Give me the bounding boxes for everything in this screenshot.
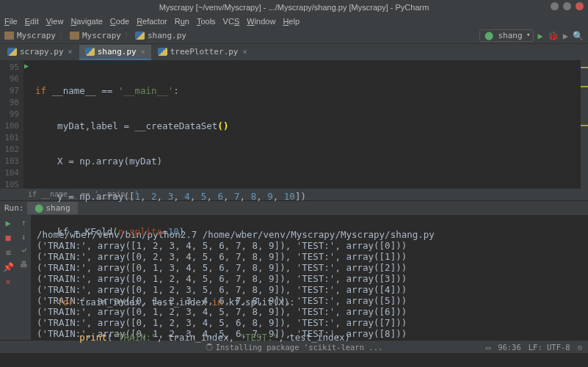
gutter: 95 96 97 98 99 100 101 102 103 104 105 xyxy=(0,60,23,189)
crumb-2[interactable]: shang.py xyxy=(148,31,186,40)
tab-scrapy[interactable]: scrapy.py × xyxy=(1,45,79,60)
close-icon[interactable] xyxy=(576,2,584,10)
rerun-button[interactable]: ▶ xyxy=(5,218,10,228)
tab-shang[interactable]: shang.py × xyxy=(79,45,151,60)
window-controls xyxy=(551,2,584,10)
breadcrumb: Myscrapy 〉 Myscrapy 〉 shang.py xyxy=(4,30,476,41)
python-file-icon xyxy=(85,48,95,56)
close-tab-icon[interactable]: × xyxy=(141,48,145,56)
menu-code[interactable]: Code xyxy=(110,17,129,26)
run-config-selector[interactable]: ⬤ shang xyxy=(479,29,534,42)
python-file-icon xyxy=(7,48,17,56)
line-number: 99 xyxy=(0,109,19,120)
tab-label: shang.py xyxy=(98,47,137,57)
debug-button[interactable]: 🐞 xyxy=(548,31,559,41)
line-number: 101 xyxy=(0,132,19,144)
chevron-right-icon: 〉 xyxy=(59,30,67,41)
crumb-0[interactable]: Myscrapy xyxy=(17,31,56,40)
line-number: 96 xyxy=(0,73,19,85)
run-toolbar-left2: ↑ ↓ ⤶ 🖶 xyxy=(16,215,31,340)
maximize-icon[interactable] xyxy=(563,2,571,10)
tab-treeplotter[interactable]: treePlotter.py × xyxy=(152,45,253,60)
window-titlebar: Myscrapy [~/venv/Myscrapy] - .../Myscrap… xyxy=(0,0,588,15)
line-number: 95 xyxy=(0,62,19,73)
run-with-coverage-button[interactable]: ▶ xyxy=(563,31,568,41)
run-label: Run: xyxy=(4,203,24,213)
menu-vcs[interactable]: VCS xyxy=(223,17,240,26)
code-area[interactable]: if __name__ == '__main__': myDat,label =… xyxy=(23,60,588,189)
close-button[interactable]: × xyxy=(5,277,10,287)
restore-layout-button[interactable]: ≡ xyxy=(5,247,10,258)
menu-view[interactable]: View xyxy=(46,17,64,26)
soft-wrap-button[interactable]: ⤶ xyxy=(21,246,27,255)
folder-icon xyxy=(70,32,79,40)
status-task-text: Installing package 'scikit-learn ... xyxy=(216,343,383,352)
tab-label: scrapy.py xyxy=(20,47,64,57)
nav-toolbar: Myscrapy 〉 Myscrapy 〉 shang.py ⬤ shang ▶… xyxy=(0,28,588,44)
search-everywhere-button[interactable]: 🔍 xyxy=(573,31,584,41)
line-number: 97 xyxy=(0,85,19,97)
line-number: 102 xyxy=(0,144,19,156)
python-file-icon xyxy=(158,48,167,56)
spinner-icon xyxy=(206,344,213,351)
menu-run[interactable]: Run xyxy=(175,17,189,26)
run-button[interactable]: ▶ xyxy=(538,31,543,41)
menu-edit[interactable]: Edit xyxy=(25,17,39,26)
run-config-name: shang xyxy=(498,31,522,40)
down-button[interactable]: ↓ xyxy=(21,232,26,241)
pin-button[interactable]: 📌 xyxy=(3,262,14,272)
chevron-right-icon: 〉 xyxy=(124,30,132,41)
python-file-icon xyxy=(135,32,145,40)
folder-icon xyxy=(4,32,14,40)
line-number: 105 xyxy=(0,179,19,191)
editor-tabs: scrapy.py × shang.py × treePlotter.py × xyxy=(0,44,588,60)
menu-navigate[interactable]: Navigate xyxy=(70,17,102,26)
main-menu: File Edit View Navigate Code Refactor Ru… xyxy=(0,15,588,28)
up-button[interactable]: ↑ xyxy=(21,218,26,228)
error-stripe[interactable] xyxy=(581,60,588,189)
line-number: 98 xyxy=(0,97,19,109)
status-task[interactable]: Installing package 'scikit-learn ... xyxy=(206,343,383,352)
menu-file[interactable]: File xyxy=(4,17,18,26)
line-number: 104 xyxy=(0,167,19,179)
print-button[interactable]: 🖶 xyxy=(20,260,28,269)
stop-button[interactable]: ■ xyxy=(5,233,10,243)
menu-refactor[interactable]: Refactor xyxy=(137,17,167,26)
window-title: Myscrapy [~/venv/Myscrapy] - .../Myscrap… xyxy=(159,3,429,12)
menu-tools[interactable]: Tools xyxy=(197,17,216,26)
close-tab-icon[interactable]: × xyxy=(68,48,73,56)
minimize-icon[interactable] xyxy=(551,2,559,10)
crumb-1[interactable]: Myscrapy xyxy=(82,31,121,40)
line-number: 100 xyxy=(0,120,19,132)
menu-window[interactable]: Window xyxy=(247,17,275,26)
code-editor[interactable]: ▶ 95 96 97 98 99 100 101 102 103 104 105… xyxy=(0,60,588,189)
line-number: 103 xyxy=(0,156,19,167)
close-tab-icon[interactable]: × xyxy=(242,48,247,56)
menu-help[interactable]: Help xyxy=(283,17,300,26)
run-toolbar-left: ▶ ■ ≡ 📌 × xyxy=(0,215,16,340)
tab-label: treePlotter.py xyxy=(170,47,239,57)
